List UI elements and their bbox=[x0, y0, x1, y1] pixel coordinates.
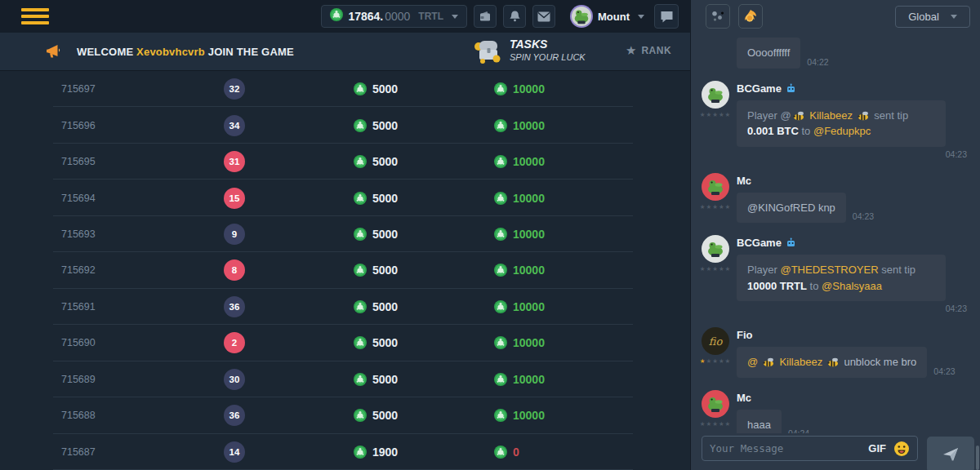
result-number-badge: 2 bbox=[224, 332, 245, 353]
emoji-button[interactable] bbox=[893, 441, 910, 457]
topbar-right-group: 17864. 0000 TRTL bbox=[321, 4, 679, 29]
chat-message: fio★★★★★Fio@ Killabeez unblock me bro04:… bbox=[701, 327, 972, 378]
chevron-down-icon bbox=[638, 15, 644, 19]
user-name: Mount bbox=[598, 11, 630, 23]
chat-bubble: Player @THEDESTROYER sent tip 10000 TRTL… bbox=[737, 255, 946, 301]
send-message-button[interactable] bbox=[927, 437, 974, 470]
trtl-coin-icon bbox=[354, 300, 367, 313]
trtl-coin-icon bbox=[354, 373, 367, 386]
trtl-coin-icon bbox=[494, 155, 507, 168]
chat-panel: Global Ooooffffff04:22 ★★★★★BCGame Playe… bbox=[690, 0, 980, 470]
welcome-message: WELCOME Xevobvhcvrb JOIN THE GAME bbox=[77, 46, 294, 58]
message-timestamp: 04:22 bbox=[807, 57, 828, 69]
user-avatar bbox=[570, 5, 593, 28]
result-number-badge: 36 bbox=[224, 405, 245, 426]
table-row[interactable]: 71569531 5000.00000TRTL 10000.0000TRTL bbox=[0, 144, 690, 180]
trtl-coin-icon bbox=[354, 82, 367, 95]
chat-username[interactable]: Mc bbox=[737, 392, 972, 404]
tasks-link[interactable]: TASKS SPIN YOUR LUCK bbox=[472, 37, 586, 64]
tasks-text: TASKS SPIN YOUR LUCK bbox=[510, 38, 586, 63]
table-row[interactable]: 71569732 5000.00000TRTL 10000.0000TRTL bbox=[0, 71, 690, 107]
chat-rain-button[interactable] bbox=[706, 4, 730, 29]
balance-amount: 17864. bbox=[348, 10, 383, 23]
table-row[interactable]: 71569634 5000.00000TRTL 10000.0000TRTL bbox=[0, 107, 690, 143]
chat-channel-select[interactable]: Global bbox=[895, 6, 970, 28]
result-number-badge: 9 bbox=[224, 224, 245, 245]
game-id: 715694 bbox=[61, 193, 96, 204]
chat-input-placeholder: Your Message bbox=[710, 442, 868, 454]
result-number-badge: 36 bbox=[224, 296, 245, 317]
user-star-rating: ★★★★★ bbox=[700, 112, 732, 118]
result-number-badge: 14 bbox=[224, 441, 245, 463]
avatar[interactable] bbox=[702, 390, 729, 418]
trtl-coin-icon bbox=[494, 373, 507, 386]
avatar[interactable]: fio bbox=[702, 327, 729, 355]
table-row[interactable]: 71569415 5000.00000TRTL 10000.0000TRTL bbox=[0, 180, 690, 215]
rank-link[interactable]: ★ RANK bbox=[626, 44, 671, 56]
chat-bubble: haaa bbox=[737, 410, 782, 434]
chevron-down-icon bbox=[452, 15, 458, 19]
top-bar: 17864. 0000 TRTL bbox=[0, 0, 690, 33]
result-number-badge: 32 bbox=[224, 78, 245, 100]
notifications-button[interactable] bbox=[503, 5, 526, 28]
bee-icon bbox=[793, 111, 805, 121]
result-number-badge: 30 bbox=[224, 369, 245, 390]
avatar[interactable] bbox=[702, 235, 729, 263]
avatar-column: ★★★★★ bbox=[701, 173, 730, 224]
bets-table: 71569732 5000.00000TRTL 10000.0000TRTL71… bbox=[0, 71, 690, 470]
wallet-icon bbox=[479, 10, 492, 23]
chat-username[interactable]: BCGame bbox=[737, 82, 972, 95]
table-row[interactable]: 7156902 5000.00000TRTL 10000.0000TRTL bbox=[0, 325, 690, 361]
user-star-rating: ★★★★★ bbox=[700, 204, 732, 211]
user-star-rating: ★★★★★ bbox=[700, 358, 732, 365]
crocodile-avatar-icon bbox=[705, 238, 726, 259]
game-id: 715690 bbox=[61, 337, 96, 348]
table-row[interactable]: 7156939 5000.00000TRTL 10000.0000TRTL bbox=[0, 216, 690, 252]
result-number-badge: 34 bbox=[224, 115, 245, 136]
table-row[interactable]: 71568836 5000.00000TRTL 10000.0000TRTL bbox=[0, 397, 690, 433]
tasks-title: TASKS bbox=[510, 38, 586, 52]
chat-username[interactable]: BCGame bbox=[737, 237, 972, 249]
balance-selector[interactable]: 17864. 0000 TRTL bbox=[321, 5, 467, 28]
rank-label: RANK bbox=[641, 45, 671, 56]
chat-bubble-icon bbox=[660, 11, 674, 23]
chat-username[interactable]: Mc bbox=[737, 175, 972, 187]
chat-message: ★★★★★BCGame Player @ Killabeez sent tip … bbox=[701, 81, 972, 161]
menu-hamburger-button[interactable] bbox=[21, 8, 49, 24]
chat-tip-fire-button[interactable] bbox=[738, 4, 763, 29]
message-timestamp: 04:23 bbox=[853, 211, 874, 223]
trtl-coin-icon bbox=[354, 336, 367, 349]
game-id: 715688 bbox=[61, 410, 96, 421]
chat-channel-value: Global bbox=[908, 11, 939, 23]
trtl-coin-icon bbox=[494, 300, 507, 313]
crocodile-avatar-icon bbox=[705, 84, 726, 105]
table-row[interactable]: 71568930 5000.00000TRTL 10000.0000TRTL bbox=[0, 361, 690, 397]
messages-button[interactable] bbox=[532, 5, 555, 28]
trtl-coin-icon bbox=[494, 446, 507, 459]
avatar[interactable] bbox=[702, 173, 729, 201]
bee-icon bbox=[827, 357, 840, 367]
avatar[interactable] bbox=[702, 81, 729, 109]
wallet-button[interactable] bbox=[474, 5, 497, 28]
chat-username[interactable]: Fio bbox=[737, 329, 972, 341]
game-id: 715689 bbox=[61, 374, 96, 385]
chat-toggle-button[interactable] bbox=[654, 4, 679, 29]
trtl-coin-icon bbox=[354, 192, 367, 205]
trtl-coin-icon bbox=[354, 409, 367, 422]
chat-message-input[interactable]: Your Message GIF bbox=[702, 436, 918, 461]
welcome-banner: WELCOME Xevobvhcvrb JOIN THE GAME TASKS … bbox=[0, 33, 690, 71]
user-menu[interactable]: Mount bbox=[570, 5, 644, 28]
welcome-username: Xevobvhcvrb bbox=[136, 46, 205, 58]
trtl-coin-icon bbox=[354, 446, 367, 459]
chat-bubble: @ Killabeez unblock me bro bbox=[737, 347, 927, 378]
table-row[interactable]: 71569136 5000.00000TRTL 10000.0000TRTL bbox=[0, 289, 690, 325]
megaphone-icon bbox=[46, 43, 64, 60]
table-row[interactable]: 71568714 1900.00000TRTL 0.00000000TRTL bbox=[0, 434, 690, 470]
gif-button[interactable]: GIF bbox=[868, 442, 886, 454]
trtl-coin-icon bbox=[494, 228, 507, 241]
table-row[interactable]: 7156928 5000.00000TRTL 10000.0000TRTL bbox=[0, 252, 690, 288]
crocodile-avatar-icon bbox=[705, 176, 726, 197]
avatar-column: ★★★★★ bbox=[701, 390, 730, 434]
chat-scrollbar[interactable] bbox=[976, 466, 979, 470]
trtl-coin-icon bbox=[330, 8, 343, 21]
